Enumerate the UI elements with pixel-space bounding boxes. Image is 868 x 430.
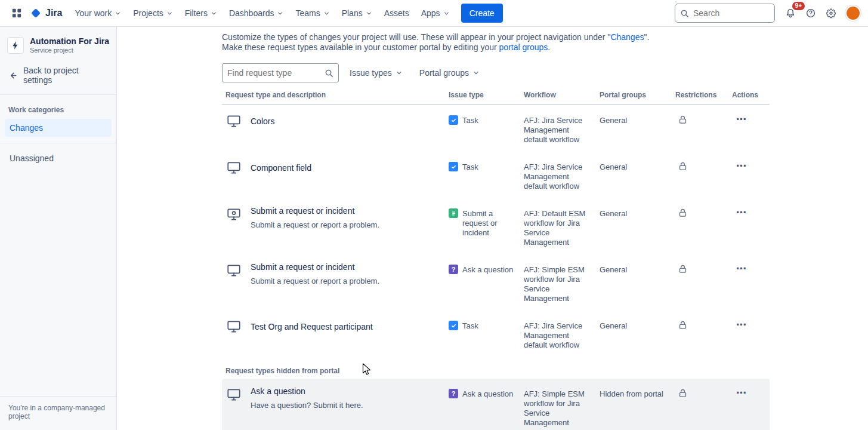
sidebar-item-changes[interactable]: Changes: [5, 119, 112, 137]
jira-logo-icon: [30, 7, 42, 19]
nav-your-work[interactable]: Your work: [69, 5, 126, 22]
portal-group-cell: General: [600, 159, 675, 171]
table-row: Submit a request or incident Submit a re…: [222, 254, 770, 311]
request-type-name[interactable]: Ask a question: [251, 386, 363, 397]
chevron-down-icon: [472, 69, 480, 76]
chevron-down-icon: [166, 10, 173, 17]
more-options-button[interactable]: ⋯: [733, 386, 750, 400]
nav-assets[interactable]: Assets: [379, 5, 415, 22]
issue-type-cell: Task: [449, 318, 524, 331]
sidebar-item-unassigned[interactable]: Unassigned: [5, 149, 112, 167]
global-search-input[interactable]: [693, 8, 770, 18]
project-managed-note: You're in a company-managed project: [0, 396, 116, 430]
chevron-down-icon: [323, 10, 330, 17]
workflow-cell: AFJ: Simple ESM workflow for Jira Servic…: [524, 386, 600, 428]
table-row: Submit a request or incident Submit a re…: [222, 198, 770, 254]
nav-dashboards[interactable]: Dashboards: [224, 5, 289, 22]
task-icon: [449, 115, 458, 125]
more-options-button[interactable]: ⋯: [733, 159, 750, 173]
nav-teams[interactable]: Teams: [290, 5, 335, 22]
lock-icon[interactable]: [678, 264, 732, 274]
nav-plans[interactable]: Plans: [336, 5, 378, 22]
project-avatar: [7, 37, 24, 54]
portal-groups-link[interactable]: portal groups: [499, 42, 548, 52]
issue-types-filter-button[interactable]: Issue types: [344, 63, 409, 82]
portal-group-cell: General: [600, 112, 675, 125]
monitor-icon: [226, 318, 242, 335]
workflow-cell: AFJ: Jira Service Management default wor…: [524, 112, 600, 145]
more-options-button[interactable]: ⋯: [733, 262, 750, 276]
issue-type-cell: Submit a request or incident: [449, 205, 524, 238]
back-to-project-settings[interactable]: Back to project settings: [0, 61, 116, 90]
nav-apps[interactable]: Apps: [416, 5, 455, 22]
arrow-left-icon: [8, 71, 17, 80]
lock-icon[interactable]: [678, 208, 732, 218]
app-switcher-button[interactable]: [7, 4, 26, 23]
lock-icon[interactable]: [678, 161, 732, 171]
issue-type-cell: Task: [449, 112, 524, 125]
jira-logo-text: Jira: [45, 8, 62, 19]
table-header-row: Request type and description Issue type …: [222, 91, 770, 105]
help-icon: [805, 8, 816, 19]
portal-group-cell: General: [600, 205, 675, 218]
create-button[interactable]: Create: [461, 4, 503, 23]
request-type-description: Submit a request or report a problem.: [251, 220, 379, 230]
portal-groups-filter-button[interactable]: Portal groups: [413, 63, 486, 82]
question-icon: ?: [449, 265, 458, 274]
monitor-icon: [226, 262, 242, 279]
chevron-down-icon: [211, 10, 217, 17]
chevron-down-icon: [443, 10, 450, 17]
workflow-cell: AFJ: Jira Service Management default wor…: [524, 318, 600, 350]
task-icon: [449, 162, 458, 171]
gear-icon: [826, 8, 836, 19]
search-icon: [680, 9, 689, 18]
lock-icon[interactable]: [678, 115, 732, 125]
header-restrictions: Restrictions: [675, 91, 732, 99]
table-controls: Issue types Portal groups: [222, 63, 770, 82]
table-row: Ask a question Have a question? Submit i…: [222, 379, 770, 430]
table-row: Test Org and Request participant Task AF…: [222, 311, 770, 357]
header-portal-groups: Portal groups: [600, 91, 675, 99]
chevron-down-icon: [366, 10, 372, 17]
jira-logo[interactable]: Jira: [27, 7, 68, 19]
notification-count-badge: 9+: [792, 2, 805, 10]
table-row: Colors Task AFJ: Jira Service Management…: [222, 105, 770, 152]
request-types-page: Customize the types of changes your proj…: [222, 27, 770, 430]
workflow-cell: AFJ: Default ESM workflow for Jira Servi…: [524, 205, 600, 247]
request-type-name[interactable]: Submit a request or incident: [251, 205, 379, 216]
request-icon: [449, 208, 458, 218]
more-options-button[interactable]: ⋯: [733, 112, 750, 127]
portal-group-cell: General: [600, 262, 675, 274]
user-avatar[interactable]: [845, 5, 861, 21]
nav-filters[interactable]: Filters: [180, 5, 223, 22]
header-workflow: Workflow: [524, 91, 600, 99]
request-type-description: Have a question? Submit it here.: [251, 400, 363, 410]
request-type-name[interactable]: Test Org and Request participant: [251, 321, 373, 332]
find-request-type-field[interactable]: [222, 63, 339, 82]
table-row: Component field Task AFJ: Jira Service M…: [222, 152, 770, 198]
more-options-button[interactable]: ⋯: [733, 205, 750, 220]
issue-type-cell: Task: [449, 159, 524, 172]
sidebar-divider: [0, 94, 116, 95]
request-type-description: Submit a request or report a problem.: [251, 276, 379, 286]
header-request-type: Request type and description: [226, 91, 449, 99]
sidebar-divider: [0, 143, 116, 143]
lock-icon[interactable]: [678, 320, 732, 330]
request-type-name[interactable]: Component field: [251, 162, 311, 173]
hidden-from-portal-section-label: Request types hidden from portal: [226, 367, 766, 375]
request-type-name[interactable]: Submit a request or incident: [251, 262, 379, 272]
work-categories-label: Work categories: [0, 100, 116, 118]
header-actions: Actions: [732, 91, 766, 99]
monitor-icon: [226, 159, 242, 176]
changes-link[interactable]: Changes: [610, 32, 644, 42]
more-options-button[interactable]: ⋯: [733, 318, 750, 332]
page-description: Customize the types of changes your proj…: [222, 32, 770, 53]
request-type-name[interactable]: Colors: [251, 116, 274, 127]
settings-button[interactable]: [821, 4, 841, 23]
project-settings-sidebar: Automation For Jira Service project Back…: [0, 27, 117, 430]
nav-projects[interactable]: Projects: [128, 5, 178, 22]
global-search[interactable]: [675, 4, 775, 23]
lock-icon[interactable]: [678, 388, 732, 398]
project-name: Automation For Jira: [30, 36, 109, 47]
find-request-type-input[interactable]: [227, 68, 321, 78]
